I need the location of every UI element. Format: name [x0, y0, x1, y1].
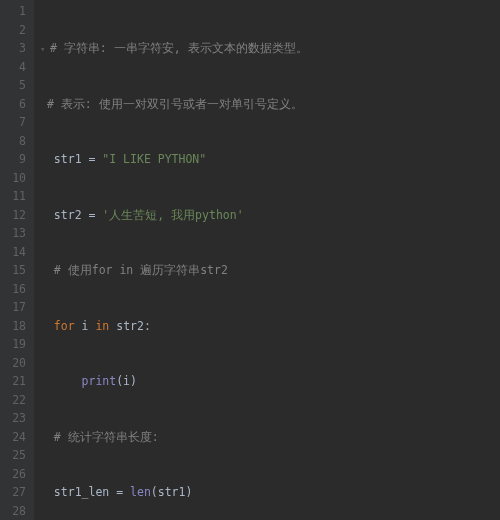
line-number: 22 — [6, 391, 26, 410]
line-number: 12 — [6, 206, 26, 225]
line-number: 23 — [6, 409, 26, 428]
code-line[interactable]: # 使用for in 遍历字符串str2 — [40, 261, 413, 280]
line-number-gutter: 1 2 3 4 5 6 7 8 9 10 11 12 13 14 15 16 1… — [0, 0, 34, 520]
line-number: 19 — [6, 335, 26, 354]
line-number: 24 — [6, 428, 26, 447]
line-number: 2 — [6, 21, 26, 40]
line-number: 10 — [6, 169, 26, 188]
line-number: 4 — [6, 58, 26, 77]
line-number: 28 — [6, 502, 26, 521]
line-number: 8 — [6, 132, 26, 151]
line-number: 7 — [6, 113, 26, 132]
line-number: 25 — [6, 446, 26, 465]
line-number: 6 — [6, 95, 26, 114]
line-number: 27 — [6, 483, 26, 502]
line-number: 20 — [6, 354, 26, 373]
line-number: 21 — [6, 372, 26, 391]
line-number: 11 — [6, 187, 26, 206]
line-number: 17 — [6, 298, 26, 317]
code-line[interactable]: # 表示: 使用一对双引号或者一对单引号定义。 — [40, 95, 413, 114]
code-line[interactable]: for i in str2: — [40, 317, 413, 336]
line-number: 15 — [6, 261, 26, 280]
line-number: 1 — [6, 2, 26, 21]
code-editor[interactable]: 1 2 3 4 5 6 7 8 9 10 11 12 13 14 15 16 1… — [0, 0, 500, 520]
line-number: 9 — [6, 150, 26, 169]
line-number: 16 — [6, 280, 26, 299]
line-number: 3 — [6, 39, 26, 58]
line-number: 18 — [6, 317, 26, 336]
code-area[interactable]: ▾# 字符串: 一串字符安, 表示文本的数据类型。 # 表示: 使用一对双引号或… — [34, 0, 413, 520]
line-number: 26 — [6, 465, 26, 484]
code-line[interactable]: print(i) — [40, 372, 413, 391]
fold-icon[interactable]: ▾ — [40, 40, 50, 59]
line-number: 14 — [6, 243, 26, 262]
code-line[interactable]: str1 = "I LIKE PYTHON" — [40, 150, 413, 169]
line-number: 13 — [6, 224, 26, 243]
code-line[interactable]: str1_len = len(str1) — [40, 483, 413, 502]
code-line[interactable]: # 统计字符串长度: — [40, 428, 413, 447]
line-number: 5 — [6, 76, 26, 95]
code-line[interactable]: str2 = '人生苦短, 我用python' — [40, 206, 413, 225]
code-line[interactable]: ▾# 字符串: 一串字符安, 表示文本的数据类型。 — [40, 39, 413, 58]
